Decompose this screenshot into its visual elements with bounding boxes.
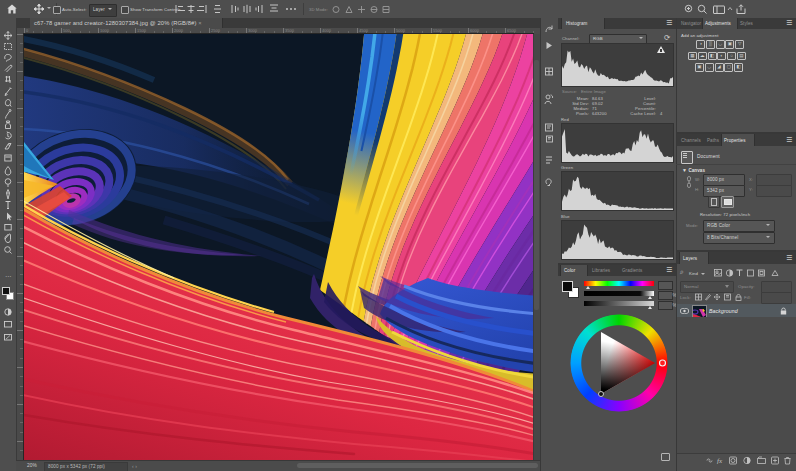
svg-text:fx: fx	[717, 457, 723, 465]
